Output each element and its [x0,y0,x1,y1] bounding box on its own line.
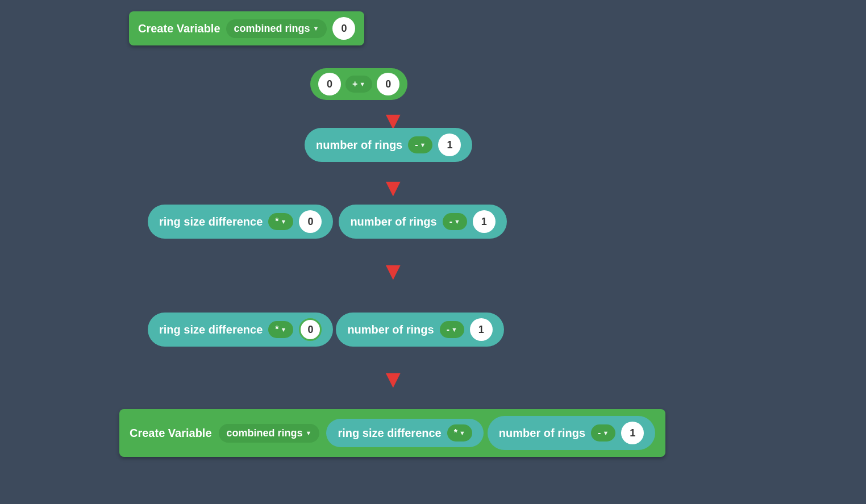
create-variable-green-block: Create Variable combined rings ▼ 0 [129,11,364,45]
combined-right-value: 1 [470,318,493,341]
combined-outline-value: 0 [299,318,322,341]
top-value-circle: 0 [332,17,355,40]
bottom-ring-size-diff-label: ring size difference [338,427,441,440]
arrow-3: ▼ [381,259,406,284]
bottom-number-of-rings-label: number of rings [499,427,585,440]
combined-rings-dropdown-arrow[interactable]: ▼ [313,25,319,32]
combined-op-dropdown[interactable]: ▼ [281,326,287,333]
combined-rings-label: combined rings [234,23,310,35]
row3-container: ring size difference * ▼ 0 number of rin… [148,205,507,239]
number-of-rings-combined: number of rings - ▼ 1 [336,313,503,347]
teal1-op-dropdown[interactable]: ▼ [420,141,426,148]
bottom-number-of-rings: number of rings - ▼ 1 [488,416,655,450]
nor2-dropdown[interactable]: ▼ [454,218,460,225]
combined-op-pill[interactable]: * ▼ [268,321,293,338]
math-block: 0 + ▼ 0 [310,68,407,100]
bottom-create-variable-label: Create Variable [130,427,212,440]
bottom-inner-op2-pill[interactable]: - ▼ [591,424,615,441]
nor2-value: 1 [473,210,496,233]
combined-rings-pill[interactable]: combined rings ▼ [226,19,327,38]
bottom-ring-size-diff: ring size difference * ▼ [326,419,483,447]
rsd1-dropdown[interactable]: ▼ [281,218,287,225]
row3-block: ring size difference * ▼ 0 number of rin… [148,205,507,239]
number-of-rings-combined-label: number of rings [347,323,434,336]
teal1-value-circle: 1 [438,134,461,156]
combined-right-dropdown[interactable]: ▼ [451,326,457,333]
create-variable-label: Create Variable [138,22,220,35]
arrow-2: ▼ [381,175,406,200]
combined-row-block: ring size difference * ▼ 0 number of rin… [148,313,504,347]
bottom-inner-op1-pill[interactable]: * ▼ [447,424,472,441]
number-of-rings-label-2: number of rings [350,215,436,228]
ring-size-diff-combined: ring size difference * ▼ 0 [148,313,333,347]
ring-size-diff-teal-1: ring size difference * ▼ 0 [148,205,333,239]
top-create-variable-block: Create Variable combined rings ▼ 0 [129,11,364,45]
bottom-green-block: Create Variable combined rings ▼ ring si… [119,409,665,457]
combined-row-container: ring size difference * ▼ 0 number of rin… [148,313,504,347]
number-of-rings-teal-1: number of rings - ▼ 1 [305,128,472,162]
math-right-value: 0 [377,73,399,95]
arrow-4: ▼ [381,366,406,391]
number-of-rings-teal-2: number of rings - ▼ 1 [339,205,506,239]
math-operation-block: 0 + ▼ 0 [310,68,407,100]
ring-size-diff-combined-label: ring size difference [159,323,263,336]
number-of-rings-label-1: number of rings [316,139,402,152]
bottom-create-variable-block: Create Variable combined rings ▼ ring si… [119,409,665,457]
teal1-operator-pill[interactable]: - ▼ [408,136,432,153]
math-operator-pill[interactable]: + ▼ [345,76,372,93]
bottom-inner-dropdown2[interactable]: ▼ [602,430,609,436]
bottom-combined-rings-pill[interactable]: combined rings ▼ [219,424,320,443]
rsd1-op-pill[interactable]: * ▼ [268,213,293,230]
teal-block-1: number of rings - ▼ 1 [305,128,472,162]
combined-right-op-pill[interactable]: - ▼ [440,321,464,338]
bottom-inner-dropdown1[interactable]: ▼ [459,430,465,436]
math-left-value: 0 [318,73,341,95]
bottom-combined-rings-dropdown[interactable]: ▼ [306,430,312,436]
math-op-dropdown[interactable]: ▼ [359,81,365,88]
ring-size-diff-label-1: ring size difference [159,215,263,228]
bottom-inner-value: 1 [621,422,644,444]
rsd1-value: 0 [299,210,322,233]
nor2-op-pill[interactable]: - ▼ [443,213,467,230]
bottom-combined-rings-label: combined rings [227,427,303,439]
